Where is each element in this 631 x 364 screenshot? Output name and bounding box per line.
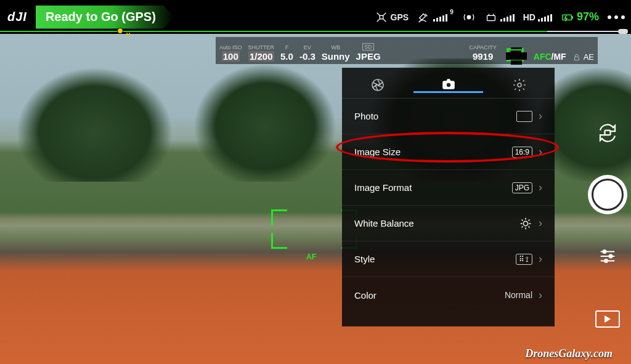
focus-mode-icon[interactable] [507,48,524,62]
menu-row-white-balance[interactable]: White Balance › [342,206,555,241]
adjust-sliders-button[interactable] [595,244,620,269]
svg-point-11 [609,255,613,258]
home-marker [117,28,123,34]
satellite-count: 9 [450,9,454,15]
dji-logo: dJI [7,10,27,24]
svg-point-6 [446,83,451,87]
svg-rect-3 [574,57,579,60]
tab-camera[interactable] [413,76,484,93]
camera-settings-panel: Photo › Image Size 16:9 › Image Format J… [342,68,555,326]
wb-value: Sunny [322,51,350,62]
menu-row-image-size[interactable]: Image Size 16:9 › [342,134,555,170]
playback-button[interactable] [595,310,620,328]
camera-icon [441,76,456,91]
chevron-right-icon: › [539,289,542,302]
camera-params[interactable]: Auto ISO100 SHUTTER1/200 F5.0 EV-0.3 WBS… [216,37,598,64]
chevron-right-icon: › [539,145,542,158]
tab-aperture[interactable] [343,78,413,92]
more-menu[interactable] [608,15,625,19]
switch-camera-button[interactable] [595,121,620,145]
top-bar: dJI Ready to Go (GPS) GPS 9 HD [0,0,631,34]
svg-point-8 [523,221,527,225]
aperture-icon [370,78,385,92]
gps-label: GPS [391,12,409,22]
chevron-right-icon: › [539,253,542,265]
sun-icon [519,217,532,230]
svg-point-12 [605,259,608,262]
af-label: AF [306,253,316,261]
satellite-icon[interactable]: 9 [417,10,454,24]
style-icon: ⠿⟟ [516,254,532,265]
gear-icon [512,78,527,92]
battery-icon[interactable]: 97% [561,10,599,24]
image-size-value: 16:9 [512,147,532,158]
aircraft-icon[interactable]: GPS [375,10,409,24]
chevron-right-icon: › [539,110,542,123]
menu-row-photo[interactable]: Photo › [342,99,555,134]
capacity-value: 9919 [473,51,493,62]
watermark: DronesGalaxy.com [525,347,613,360]
tab-settings[interactable] [484,78,555,92]
controller-signal-icon[interactable] [484,10,515,24]
chevron-right-icon: › [539,217,542,230]
svg-rect-9 [605,131,611,135]
chevron-right-icon: › [539,181,542,194]
shutter-value: 1/200 [248,51,274,62]
svg-rect-1 [487,15,495,20]
battery-timeline: H [0,30,631,33]
rc-signal-icon[interactable] [462,10,476,24]
menu-row-image-format[interactable]: Image Format JPG › [342,170,555,206]
ae-lock[interactable]: AE [572,52,594,62]
svg-rect-2 [563,15,572,20]
battery-percent: 97% [577,10,599,23]
flight-status[interactable]: Ready to Go (GPS) [36,6,174,29]
ev-value: -0.3 [299,51,316,62]
af-mode-toggle[interactable]: AFC/MF [534,52,566,62]
hd-signal-icon[interactable]: HD [523,12,552,22]
menu-row-style[interactable]: Style ⠿⟟ › [342,241,555,277]
svg-point-10 [603,250,606,253]
format-value: JPEG [356,51,381,62]
image-format-value: JPG [512,182,532,193]
svg-point-0 [467,15,471,19]
menu-row-color[interactable]: Color Normal › [342,277,555,313]
single-photo-icon [516,111,532,122]
aperture-value: 5.0 [280,51,293,62]
shutter-button[interactable] [588,175,627,214]
color-value: Normal [505,290,532,300]
home-marker-label: H [126,31,131,38]
svg-point-7 [518,83,521,87]
iso-value: 100 [222,51,240,62]
